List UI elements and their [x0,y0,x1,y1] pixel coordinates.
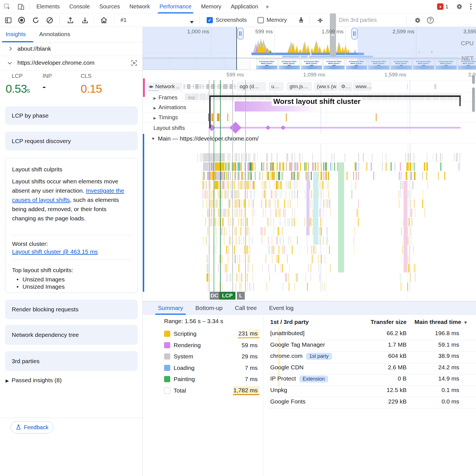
window-left-edge[interactable] [236,27,237,70]
tab-console[interactable]: Console [64,0,94,13]
insight-card-lcp-by-phase[interactable]: LCP by phase [5,106,138,125]
window-grip-left[interactable] [237,28,244,39]
timing-mark[interactable] [227,113,228,121]
field-data-icon[interactable] [130,59,138,67]
tab-sources[interactable]: Sources [95,0,125,13]
scrollbar-thumb[interactable] [472,75,475,84]
help-icon[interactable]: ? [426,16,435,24]
dim-3rd-parties-toggle[interactable] [330,13,336,57]
memory-checkbox[interactable] [258,17,264,23]
minimap-tick: 599 ms [231,29,273,35]
clear-icon[interactable] [45,16,54,24]
cls-metric-value[interactable]: 0.15 [81,82,102,95]
toggle-sidebar-icon[interactable] [4,16,12,24]
filmstrip-thumbnail[interactable]: A Powerful Web. Made Easier. [256,58,277,69]
network-request-chip[interactable]: (ww.s (w… [314,82,337,91]
insight-card-render-blocking[interactable]: Render blocking requests [5,300,138,319]
flame-chart-canvas[interactable] [143,153,476,292]
lcp-marker-badge[interactable]: LCP [219,292,235,300]
reload-record-icon[interactable] [31,16,40,24]
tab-performance[interactable]: Performance [155,0,197,13]
network-request-chip[interactable]: gtm.js… [287,82,312,91]
triangle-right-icon: ▶ [6,378,9,383]
home-icon[interactable] [100,16,108,24]
extension-badge: Extension [299,375,328,382]
window-grip-right[interactable] [351,28,358,39]
timing-mark[interactable] [376,113,377,121]
annotation-bracket[interactable] [209,95,461,97]
memory-label[interactable]: Memory [267,17,287,23]
trace-row-blank[interactable]: about://blank [0,43,143,56]
annotation-label[interactable]: Worst layout shift cluster [272,97,362,106]
chevron-right-icon[interactable] [7,46,13,52]
network-request-chip[interactable]: www… [353,82,372,91]
devtools-window: Elements Console Sources Network Perform… [0,0,476,476]
console-error-count[interactable]: x 1 [437,3,448,10]
kebab-menu-icon[interactable] [470,3,472,10]
network-request-chip[interactable]: u… [269,82,283,91]
filmstrip-thumbnail[interactable]: A Powerful Web. Made Easier. [323,58,345,69]
device-toolbar-icon[interactable] [17,3,25,11]
tab-summary[interactable]: Summary [152,301,189,315]
feedback-button[interactable]: Feedback [11,421,53,433]
frames-track-label[interactable]: ▶Frames [153,94,178,101]
tab-application[interactable]: Application [226,0,263,13]
screenshots-label[interactable]: Screenshots [216,17,247,23]
timings-track-label[interactable]: ▶Timings [153,114,178,121]
insight-card-layout-shift-culprits[interactable]: Layout shift culprits Layout shifts occu… [5,158,138,293]
screenshots-checkbox[interactable]: ✓ [207,17,213,23]
timing-mark[interactable] [286,113,287,121]
tab-insights[interactable]: Insights [6,31,26,38]
insight-card-network-tree[interactable]: Network dependency tree [5,325,138,345]
record-icon[interactable] [17,16,26,24]
network-request-chip[interactable]: ogb (d… [237,82,266,91]
layout-shift-diamond[interactable] [281,125,286,130]
garbage-collect-icon[interactable] [297,16,305,24]
rendering-swatch [164,342,170,348]
lcp-metric-value[interactable]: 0.53s [6,82,30,95]
history-dropdown-icon[interactable] [188,18,196,26]
capture-settings-gear-icon[interactable] [413,16,422,24]
scrollbar-thumb[interactable] [472,87,475,112]
insight-card-lcp-request-discovery[interactable]: LCP request discovery [5,132,138,150]
network-track-label[interactable]: ◀▶ Network .. [146,82,182,91]
chevron-down-icon[interactable] [7,60,13,66]
network-request-chip[interactable]: ⚙… [339,82,352,91]
tab-call-tree[interactable]: Call tree [229,301,263,315]
inspect-element-icon[interactable] [3,3,11,11]
trace-row-main[interactable]: https://developer.chrome.com [0,56,143,71]
table-header-party[interactable]: 1st / 3rd party [270,319,309,325]
save-profile-icon[interactable] [81,16,89,24]
filmstrip-thumbnail[interactable]: A Powerful Web. Made Easier. [301,58,322,69]
layout-shifts-track-label[interactable]: Layout shifts [153,125,185,131]
timing-mark[interactable] [212,113,213,121]
l-marker-badge[interactable]: L [237,292,245,300]
layout-shift-diamond[interactable] [266,125,270,130]
dcl-marker-badge[interactable]: DC [210,292,219,300]
tab-event-log[interactable]: Event log [263,301,300,315]
tab-network[interactable]: Network [125,0,155,13]
tab-annotations[interactable]: Annotations [39,31,70,38]
filmstrip-thumbnail[interactable]: A Powerful Web. Made Easier. [279,58,300,69]
table-header-time[interactable]: Main thread time▼ [397,319,468,325]
tab-memory[interactable]: Memory [196,0,226,13]
load-profile-icon[interactable] [66,16,74,24]
history-item-label[interactable]: #1 [120,17,127,23]
more-tabs-icon[interactable]: ›› [263,3,270,10]
tab-bottom-up[interactable]: Bottom-up [189,301,229,315]
timeline-minimap[interactable]: 1,000 ms 599 ms 1,599 ms 2,599 ms 3,599 … [143,27,476,70]
timeline-chart[interactable]: 599 ms 1,099 ms 1,599 ms 2,099 ms ◀▶ Net… [143,70,476,301]
settings-gear-icon[interactable] [455,3,463,11]
worst-cluster-link[interactable]: Layout shift cluster @ 463.15 ms [12,248,98,255]
layout-shift-diamond[interactable] [230,122,241,134]
collapse-tracks-icon[interactable] [316,16,324,24]
timing-mark[interactable] [219,113,220,121]
main-thread-track-header[interactable]: ▼ Main — https://developer.chrome.com/ [143,134,476,143]
insight-card-3rd-parties[interactable]: 3rd parties [5,351,138,371]
minimap-tick: 2,599 ms [372,29,414,35]
animations-track-label[interactable]: ▶Animations [153,104,186,111]
passed-insights-toggle[interactable]: ▶Passed insights (8) [6,377,62,384]
tab-elements[interactable]: Elements [32,0,64,13]
cls-metric-label: CLS [81,73,92,79]
sidebar-tabs: Insights Annotations [0,27,143,43]
